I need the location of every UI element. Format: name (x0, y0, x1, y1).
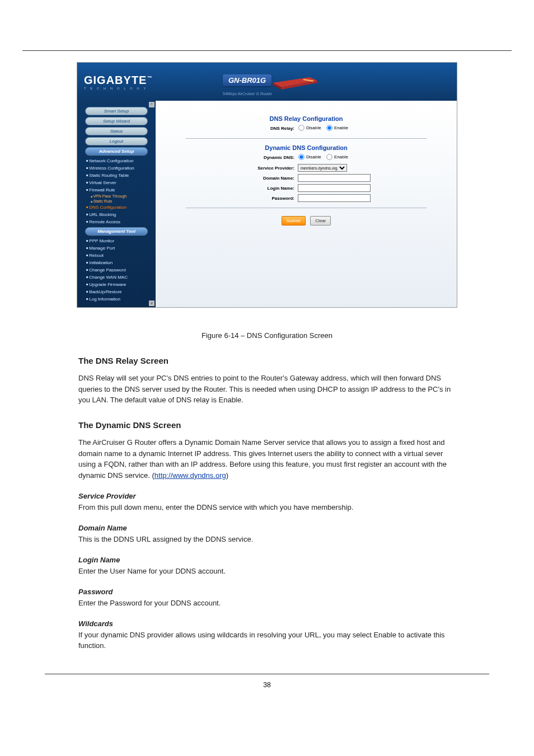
sidebar-url-blocking[interactable]: URL Blocking (81, 211, 152, 218)
dns-relay-disable[interactable]: Disable (298, 124, 321, 132)
ddns-disable[interactable]: Disable (298, 153, 321, 161)
router-admin-screenshot: GIGABYTE™ T E C H N O L O G Y GN-BR01G 5… (77, 62, 457, 308)
sp-field-text: From this pull down menu, enter the DDNS… (78, 503, 353, 511)
sidebar-wireless-config[interactable]: Wireless Configuration (81, 165, 152, 172)
service-provider-select[interactable]: members.dyndns.org (298, 164, 347, 172)
sidebar-logout[interactable]: Logout (85, 137, 148, 145)
logo-subtext: T E C H N O L O G Y (84, 87, 152, 90)
ddns-heading: The Dynamic DNS Screen (78, 419, 456, 432)
sp-field-label: Service Provider (78, 492, 136, 500)
wc-field-text: If your dynamic DNS provider allows usin… (78, 631, 445, 650)
sidebar-firewall-rule[interactable]: Firewall Rule (81, 186, 152, 194)
dns-relay-paragraph: DNS Relay will set your PC's DNS entries… (78, 373, 456, 406)
sidebar-static-routing[interactable]: Static Routing Table (81, 172, 152, 179)
domain-name-label: Domain Name: (214, 176, 298, 181)
content-pane: DNS Relay Configuration DNS Relay: Disab… (156, 101, 457, 307)
ddns-label: Dynamic DNS: (214, 155, 298, 160)
screenshot-header: GIGABYTE™ T E C H N O L O G Y GN-BR01G 5… (77, 63, 457, 101)
sidebar-manage-port[interactable]: Manage Port (81, 245, 152, 252)
password-input[interactable] (298, 194, 371, 202)
sidebar-upgrade-firmware[interactable]: Upgrade Firmware (81, 281, 152, 288)
ddns-title: Dynamic DNS Configuration (163, 144, 449, 151)
ddns-enable[interactable]: Enable (326, 153, 348, 161)
ddns-paragraph: The AirCruiser G Router offers a Dynamic… (78, 437, 456, 481)
service-provider-label: Service Provider: (214, 166, 298, 171)
sidebar-backup-restore[interactable]: BackUp/Restore (81, 288, 152, 295)
domain-name-input[interactable] (298, 174, 371, 182)
dn-field-label: Domain Name (78, 524, 127, 532)
sidebar-reboot[interactable]: Reboot (81, 252, 152, 259)
dns-relay-label: DNS Relay: (214, 126, 298, 131)
pw-field-text: Enter the Password for your DDNS account… (78, 599, 221, 607)
sidebar-setup-wizard[interactable]: Setup Wizard (85, 117, 148, 125)
login-name-label: Login Name: (214, 186, 298, 191)
pw-field-label: Password (78, 588, 113, 596)
sidebar-remote-access[interactable]: Remote Access (81, 218, 152, 226)
figure-caption: Figure 6-14 – DNS Configuration Screen (78, 330, 456, 341)
router-image (269, 69, 320, 91)
dyndns-link[interactable]: http://www.dyndns.org (154, 471, 226, 480)
sidebar-smart-setup[interactable]: Smart Setup (85, 107, 148, 115)
sidebar-log-information[interactable]: Log Information (81, 295, 152, 303)
submit-button[interactable]: Submit (282, 216, 306, 226)
ln-field-text: Enter the User Name for your DDNS accoun… (78, 567, 226, 575)
sidebar-virtual-server[interactable]: Virtual Server (81, 179, 152, 186)
clear-button[interactable]: Clear (310, 216, 331, 226)
sidebar-change-password[interactable]: Change Password (81, 266, 152, 274)
wc-field-label: Wildcards (78, 619, 113, 628)
sidebar-change-wan-mac[interactable]: Change WAN MAC (81, 274, 152, 281)
page-number: 38 (22, 681, 512, 689)
ln-field-label: Login Name (78, 556, 120, 564)
sidebar-dns-config[interactable]: DNS Configuration (81, 204, 152, 211)
sidebar-ppp-monitor[interactable]: PPP Monitor (81, 237, 152, 245)
gigabyte-logo: GIGABYTE™ (84, 74, 152, 87)
sidebar: ^ Smart Setup Setup Wizard Status Logout… (77, 101, 156, 307)
login-name-input[interactable] (298, 184, 371, 192)
password-label: Password: (214, 196, 298, 201)
sidebar-mgmt-header[interactable]: Management Tool (85, 227, 148, 236)
document-body: Figure 6-14 – DNS Configuration Screen T… (78, 330, 456, 651)
sidebar-static-rule[interactable]: Static Rule (81, 199, 152, 204)
scroll-down-icon[interactable]: v (149, 300, 154, 306)
model-badge: GN-BR01G (223, 74, 271, 86)
sidebar-advanced-setup-header[interactable]: Advanced Setup (85, 147, 148, 156)
dns-relay-heading: The DNS Relay Screen (78, 355, 456, 368)
scroll-up-icon[interactable]: ^ (149, 102, 154, 107)
dn-field-text: This is the DDNS URL assigned by the DDN… (78, 535, 253, 543)
sidebar-vpn-passthrough[interactable]: VPN Pass Through (81, 194, 152, 199)
dns-relay-title: DNS Relay Configuration (163, 115, 449, 122)
sidebar-network-config[interactable]: Network Configuration (81, 157, 152, 165)
sidebar-initialization[interactable]: Initialization (81, 259, 152, 266)
sidebar-status[interactable]: Status (85, 127, 148, 135)
model-subtitle: 54Mbps AirCruiser G Router (223, 92, 320, 96)
dns-relay-enable[interactable]: Enable (326, 124, 348, 132)
